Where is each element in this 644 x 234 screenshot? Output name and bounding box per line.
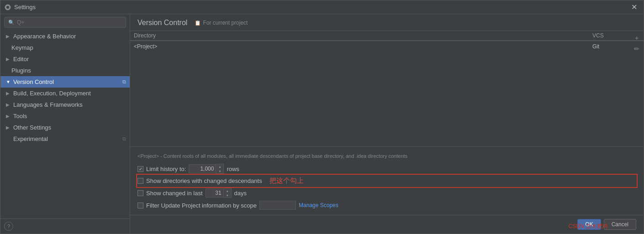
show-directories-text: Show directories with changed descendant… bbox=[146, 177, 262, 184]
panel-title: Version Control bbox=[137, 19, 187, 27]
document-icon: 📋 bbox=[195, 20, 201, 26]
settings-icon bbox=[4, 4, 11, 11]
show-changed-text: Show changed in last bbox=[146, 190, 203, 197]
settings-window: Settings ✕ 🔍 ▶ Appearance & Behavior Key… bbox=[0, 0, 644, 234]
limit-history-input-group: ▲ ▼ bbox=[189, 164, 224, 174]
sidebar-item-label: Plugins bbox=[11, 67, 31, 74]
arrow-icon: ▶ bbox=[6, 57, 11, 62]
sidebar-item-label: Other Settings bbox=[13, 124, 51, 131]
arrow-icon: ▶ bbox=[6, 91, 11, 96]
filter-update-row: Filter Update Project information by sco… bbox=[137, 199, 636, 211]
sidebar-item-label: Keymap bbox=[11, 44, 33, 51]
cancel-button[interactable]: Cancel bbox=[604, 219, 636, 230]
show-changed-checkbox[interactable] bbox=[137, 190, 143, 196]
project-note: <Project> - Content roots of all modules… bbox=[137, 151, 636, 162]
copy-icon: ⧉ bbox=[122, 79, 126, 85]
settings-section: <Project> - Content roots of all modules… bbox=[130, 146, 644, 215]
annotation-text: 把这个勾上 bbox=[269, 177, 304, 185]
sidebar-item-label: Version Control bbox=[13, 78, 54, 85]
arrow-icon: ▶ bbox=[6, 34, 11, 39]
sidebar-item-plugins[interactable]: Plugins bbox=[0, 65, 130, 76]
sidebar-item-label: Editor bbox=[13, 56, 29, 62]
main-panel: Version Control 📋 For current project Di… bbox=[130, 14, 644, 234]
show-changed-row: Show changed in last ▲ ▼ days bbox=[137, 187, 636, 199]
arrow-icon: ▶ bbox=[6, 125, 11, 130]
panel-header: Version Control 📋 For current project bbox=[130, 14, 644, 31]
search-input[interactable] bbox=[17, 19, 122, 26]
col-directory-value: <Project> bbox=[130, 42, 589, 51]
window-title: Settings bbox=[14, 4, 628, 10]
days-suffix: days bbox=[234, 190, 247, 197]
help-icon: ? bbox=[7, 224, 10, 229]
for-current-project: 📋 For current project bbox=[195, 20, 248, 26]
sidebar-item-appearance[interactable]: ▶ Appearance & Behavior bbox=[0, 31, 130, 42]
limit-history-text: Limit history to: bbox=[146, 166, 186, 172]
limit-history-suffix: rows bbox=[227, 166, 239, 172]
help-button[interactable]: ? bbox=[4, 222, 13, 231]
arrow-icon: ▼ bbox=[6, 79, 11, 84]
sidebar-item-other[interactable]: ▶ Other Settings bbox=[0, 122, 130, 133]
sidebar-item-label: Appearance & Behavior bbox=[13, 33, 76, 40]
sidebar-item-version-control[interactable]: ▼ Version Control ⧉ bbox=[0, 76, 130, 88]
sidebar-bottom: ? bbox=[0, 218, 130, 234]
search-box: 🔍 bbox=[4, 17, 126, 28]
experimental-copy-icon: ⧉ bbox=[122, 136, 126, 142]
days-input-group: ▲ ▼ bbox=[206, 188, 232, 198]
spinner-buttons: ▲ ▼ bbox=[216, 164, 224, 174]
sidebar-item-label: Experimental bbox=[6, 135, 48, 142]
limit-history-checkbox[interactable] bbox=[137, 166, 143, 172]
sidebar-item-experimental[interactable]: Experimental ⧉ bbox=[0, 133, 130, 145]
watermark: CSDN @木肥鸡 bbox=[568, 223, 607, 230]
close-button[interactable]: ✕ bbox=[628, 2, 640, 12]
footer-buttons: OK Cancel bbox=[130, 215, 644, 234]
sidebar-item-build[interactable]: ▶ Build, Execution, Deployment bbox=[0, 88, 130, 99]
table-row[interactable]: <Project> Git bbox=[130, 41, 644, 52]
filter-update-checkbox[interactable] bbox=[137, 203, 143, 208]
limit-history-label[interactable]: Limit history to: bbox=[137, 166, 186, 172]
filter-update-label[interactable]: Filter Update Project information by sco… bbox=[137, 202, 257, 209]
days-spin-up[interactable]: ▲ bbox=[224, 188, 231, 193]
sidebar-item-label: Languages & Frameworks bbox=[13, 101, 83, 108]
title-bar: Settings ✕ bbox=[0, 0, 644, 14]
sidebar: 🔍 ▶ Appearance & Behavior Keymap ▶ Edito… bbox=[0, 14, 130, 234]
spin-down-button[interactable]: ▼ bbox=[216, 169, 223, 173]
show-directories-row: Show directories with changed descendant… bbox=[137, 175, 636, 187]
limit-history-row: Limit history to: ▲ ▼ rows bbox=[137, 162, 636, 175]
sidebar-item-editor[interactable]: ▶ Editor bbox=[0, 53, 130, 65]
vcs-table-area: Directory VCS <Project> Git + ✏ bbox=[130, 31, 644, 146]
edit-vcs-button[interactable]: ✏ bbox=[632, 44, 642, 54]
panel-title-row: Version Control 📋 For current project bbox=[137, 19, 636, 31]
days-spin-down[interactable]: ▼ bbox=[224, 193, 231, 198]
sidebar-item-label: Tools bbox=[13, 113, 27, 120]
limit-history-input[interactable] bbox=[189, 164, 216, 173]
sidebar-item-label: Build, Execution, Deployment bbox=[13, 90, 91, 97]
col-directory-header: Directory bbox=[130, 31, 589, 41]
arrow-icon: ▶ bbox=[6, 102, 11, 107]
manage-scopes-link[interactable]: Manage Scopes bbox=[299, 202, 338, 208]
filter-update-text: Filter Update Project information by sco… bbox=[146, 202, 257, 209]
arrow-icon: ▶ bbox=[6, 114, 11, 119]
spin-up-button[interactable]: ▲ bbox=[216, 164, 223, 169]
scope-select-wrapper bbox=[259, 201, 296, 210]
scope-select[interactable] bbox=[259, 201, 296, 210]
add-vcs-button[interactable]: + bbox=[632, 33, 642, 43]
sidebar-item-languages[interactable]: ▶ Languages & Frameworks bbox=[0, 99, 130, 110]
search-icon: 🔍 bbox=[8, 20, 15, 26]
main-content: 🔍 ▶ Appearance & Behavior Keymap ▶ Edito… bbox=[0, 14, 644, 234]
show-changed-label[interactable]: Show changed in last bbox=[137, 190, 203, 197]
show-directories-label[interactable]: Show directories with changed descendant… bbox=[137, 177, 262, 184]
show-directories-checkbox[interactable] bbox=[137, 178, 143, 184]
days-spinner-buttons: ▲ ▼ bbox=[224, 188, 232, 198]
sidebar-nav: ▶ Appearance & Behavior Keymap ▶ Editor … bbox=[0, 31, 130, 218]
days-input[interactable] bbox=[206, 188, 224, 198]
table-header-row: Directory VCS bbox=[130, 31, 644, 41]
panel-toolbar: + ✏ bbox=[630, 31, 644, 56]
sidebar-item-keymap[interactable]: Keymap bbox=[0, 42, 130, 53]
sidebar-item-tools[interactable]: ▶ Tools bbox=[0, 110, 130, 122]
